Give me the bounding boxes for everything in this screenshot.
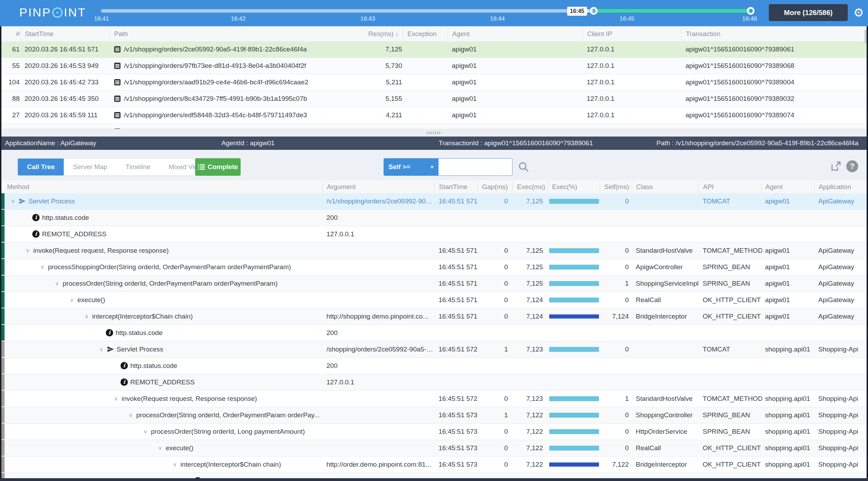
method-cell: ∨intercept(Interceptor$Chain chain) <box>0 456 322 472</box>
class-cell: BridgeInterceptor <box>636 308 700 324</box>
logo-text-right: INT <box>64 6 86 19</box>
expand-chevron-icon[interactable]: ∨ <box>98 341 104 357</box>
transaction-row[interactable]: 882020.03.26 16:45:45 350/v1/shopping/or… <box>0 91 868 107</box>
transaction-row[interactable]: 612020.03.26 16:45:51 571/v1/shopping/or… <box>0 41 868 58</box>
window-edge-bottom <box>0 478 868 481</box>
txn-starttime: 2020.03.26 16:45:51 571 <box>25 41 109 57</box>
expand-chevron-icon[interactable]: ∨ <box>69 292 75 308</box>
calltree-row[interactable]: ihttp.status.code200 <box>0 210 868 226</box>
self-cell: 0 <box>592 424 629 439</box>
gap-cell: 0 <box>469 440 508 456</box>
gear-icon[interactable]: ⚙ <box>853 6 864 20</box>
expand-chevron-icon[interactable]: ∨ <box>54 276 60 291</box>
self-cell: 0 <box>592 193 629 209</box>
calltree-row[interactable]: ihttp.status.code200 <box>0 358 868 374</box>
path-text: /v1/shopping/orders/aad91b29-ce4e-46b6-b… <box>124 74 308 90</box>
application-cell: Shopping-Api <box>818 424 867 439</box>
txn-res: 7,125 <box>357 41 402 57</box>
expand-chevron-icon[interactable]: ∨ <box>39 259 46 275</box>
calltree-row[interactable]: ∨intercept(Interceptor$Chain chain)http:… <box>0 308 868 325</box>
calltree-row[interactable]: ihttp.status.code200 <box>0 325 868 341</box>
calltree-row[interactable]: ∨execute()16:45:51 57107,1240RealCallOK_… <box>0 292 868 308</box>
panel-splitter[interactable] <box>0 129 868 137</box>
txn-agent: apigw01 <box>452 107 557 123</box>
expand-chevron-icon[interactable]: ∨ <box>83 308 90 324</box>
calltree-row[interactable]: ∨invoke(Request request, Response respon… <box>0 391 868 407</box>
calltree-row[interactable]: ∨processOrder(String orderId, OrderPayme… <box>0 276 868 292</box>
class-cell: RealCall <box>636 292 700 308</box>
txn-path: /v1/shopping/orders/8c434729-7ff5-4991-b… <box>114 91 359 106</box>
servlet-process-icon <box>107 346 114 353</box>
txn-res: 5,730 <box>357 58 402 74</box>
col-res-sort[interactable]: Res(ms) ↓ <box>357 26 399 41</box>
expand-chevron-icon[interactable]: ∨ <box>25 243 31 258</box>
calltree-row[interactable]: ∨execute()16:45:51 57307,1220RealCallOK_… <box>0 440 868 456</box>
calltree-row[interactable]: ∨Servlet Process/v1/shopping/orders/2ce0… <box>0 193 868 210</box>
slider-handle-start[interactable] <box>590 7 598 15</box>
txn-path: /v1/shopping/orders/edf58448-32d3-454c-b… <box>114 107 359 123</box>
method-label: processOrder(String orderId, OrderPaymen… <box>136 407 319 423</box>
exec-cell: 7,125 <box>510 193 543 209</box>
txn-res: 4,211 <box>357 107 402 123</box>
txn-transaction-id: apigw01^1565160016090^79389068 <box>686 58 798 74</box>
application-cell: Shopping-Api <box>818 456 867 472</box>
calltree-row[interactable]: ∨invoke(Request request, Response respon… <box>0 243 868 259</box>
complete-button[interactable]: Complete <box>195 158 241 176</box>
tab-timeline[interactable]: Timeline <box>116 159 159 175</box>
tab-label: Server Map <box>73 163 107 171</box>
more-button[interactable]: More (126/586) <box>769 4 848 21</box>
method-label: Servlet Process <box>28 193 75 209</box>
calltree-rows: ∨Servlet Process/v1/shopping/orders/2ce0… <box>0 193 868 478</box>
agent-cell: shopping.api01 <box>765 424 815 439</box>
argument-cell: /v1/shopping/orders/2ce05992-90a... <box>326 193 433 209</box>
method-label: execute() <box>77 292 105 308</box>
txn-agent: apigw01 <box>452 58 557 74</box>
expand-chevron-icon[interactable]: ∨ <box>10 193 16 209</box>
calltree-row[interactable]: iREMOTE_ADDRESS127.0.0.1 <box>0 374 868 391</box>
search-icon[interactable] <box>518 161 530 173</box>
transaction-row[interactable]: 272020.03.26 16:45:59 111/v1/shopping/or… <box>0 107 868 124</box>
expand-chevron-icon[interactable]: ∨ <box>172 456 178 472</box>
transaction-row[interactable]: 1042020.03.26 16:45:42 733/v1/shopping/o… <box>0 74 868 91</box>
help-icon[interactable]: ? <box>846 160 858 172</box>
api-cell: OK_HTTP_CLIENT <box>703 308 762 324</box>
calltree-row[interactable]: ∨processOrder(String orderId, OrderPayme… <box>0 407 868 424</box>
calltree-row[interactable]: ∨processShoppingOrder(String orderId, Or… <box>0 259 868 276</box>
expand-chevron-icon[interactable]: ∨ <box>113 391 119 406</box>
path-text: /v1/shopping/orders/edf58448-32d3-454c-b… <box>124 107 307 123</box>
view-tabs: Call TreeServer MapTimelineMixed View <box>18 158 220 176</box>
tab-call-tree[interactable]: Call Tree <box>18 159 64 175</box>
calltree-row[interactable]: ∨Servlet Process/shopping/orders/2ce0599… <box>0 341 868 358</box>
col-num: # <box>2 26 20 41</box>
method-label: intercept(Interceptor$Chain chain) <box>180 456 281 472</box>
txn-transaction-id: apigw01^1565160016090^79389004 <box>686 74 798 90</box>
calltree-row[interactable]: ∨processOrder(String orderId, Long payme… <box>0 424 868 440</box>
calltree-row[interactable]: ihttp.status.code200 <box>0 473 868 478</box>
document-icon <box>114 79 121 86</box>
txn-transaction-id: apigw01^1565160016090^79389032 <box>686 91 798 106</box>
filter-input[interactable] <box>438 158 512 176</box>
method-label: intercept(Interceptor$Chain chain) <box>92 308 193 324</box>
col-gap: Gap(ms) <box>477 180 508 193</box>
method-label: http.status.code <box>42 210 89 225</box>
window-edge-right <box>867 26 868 481</box>
tab-server-map[interactable]: Server Map <box>64 159 116 175</box>
transaction-row[interactable]: 552020.03.26 16:45:53 949/v1/shopping/or… <box>0 58 868 74</box>
transaction-row[interactable] <box>0 124 868 129</box>
expand-chevron-icon[interactable]: ∨ <box>128 407 134 423</box>
exec-percent-bar <box>549 446 599 451</box>
col-starttime: StartTime <box>20 26 54 41</box>
txn-starttime: 2020.03.26 16:45:42 733 <box>25 74 109 90</box>
calltree-row[interactable]: iREMOTE_ADDRESS127.0.0.1 <box>0 226 868 243</box>
calltree-row[interactable]: ∨intercept(Interceptor$Chain chain)http:… <box>0 456 868 473</box>
expand-chevron-icon[interactable]: ∨ <box>142 424 149 439</box>
exec-cell: 7,125 <box>510 276 543 291</box>
open-in-new-icon[interactable] <box>830 161 841 172</box>
self-cell: 7,124 <box>592 308 629 324</box>
slider-handle-end[interactable] <box>747 7 755 15</box>
timeline-tick: 16:43 <box>360 15 376 22</box>
drag-handle-icon <box>427 132 441 134</box>
filter-type-select[interactable]: Self >= ▾ <box>384 158 438 176</box>
argument-cell: 200 <box>326 473 433 478</box>
expand-chevron-icon[interactable]: ∨ <box>157 440 163 456</box>
